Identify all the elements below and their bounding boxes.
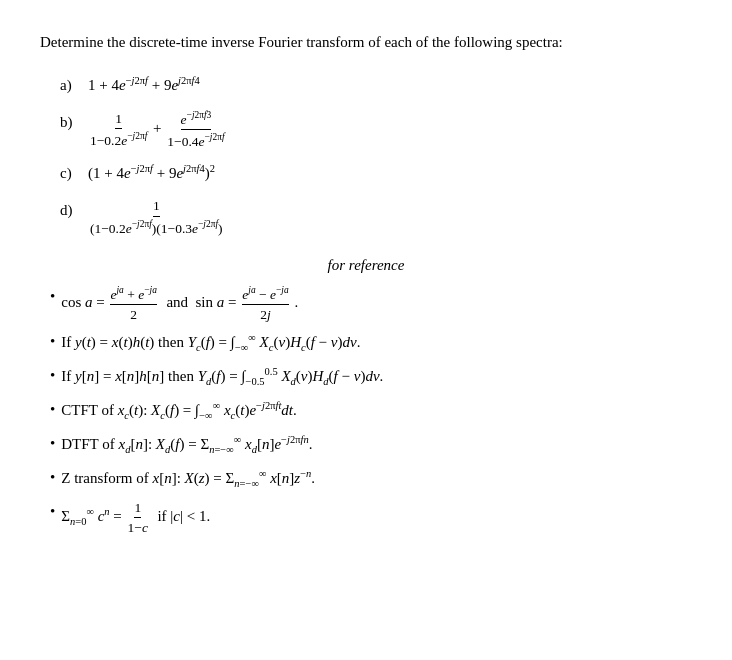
reference-section: for reference • cos a = eja + e−ja 2 and… bbox=[40, 257, 692, 537]
bullet-yt: • bbox=[50, 329, 55, 355]
part-a-content: 1 + 4e−j2πf + 9ej2πf4 bbox=[88, 72, 692, 99]
parts-list: a) 1 + 4e−j2πf + 9ej2πf4 b) 1 1−0.2e−j2π… bbox=[60, 72, 692, 237]
ref-dtft-text: DTFT of xd[n]: Xd(f) = Σn=−∞∞ xd[n]e−j2π… bbox=[61, 431, 692, 459]
bullet-cos: • bbox=[50, 284, 55, 310]
reference-items: • cos a = eja + e−ja 2 and sin a = eja −… bbox=[50, 284, 692, 537]
part-d-content: 1 (1−0.2e−j2πf)(1−0.3e−j2πf) bbox=[88, 197, 692, 237]
ref-yt-text: If y(t) = x(t)h(t) then Yc(f) = ∫−∞∞ Xc(… bbox=[61, 329, 692, 357]
part-c-content: (1 + 4e−j2πf + 9ej2πf4)2 bbox=[88, 160, 692, 187]
part-a: a) 1 + 4e−j2πf + 9ej2πf4 bbox=[60, 72, 692, 99]
part-c: c) (1 + 4e−j2πf + 9ej2πf4)2 bbox=[60, 160, 692, 187]
ref-cos: • cos a = eja + e−ja 2 and sin a = eja −… bbox=[50, 284, 692, 324]
part-d-label: d) bbox=[60, 197, 88, 224]
ref-sum-text: Σn=0∞ cn = 1 1−c if |c| < 1. bbox=[61, 499, 692, 537]
bullet-ztransform: • bbox=[50, 465, 55, 491]
ref-ztransform-text: Z transform of x[n]: X(z) = Σn=−∞∞ x[n]z… bbox=[61, 465, 692, 493]
part-b: b) 1 1−0.2e−j2πf + e−j2πf3 1−0.4e−j2πf bbox=[60, 109, 692, 150]
bullet-ctft: • bbox=[50, 397, 55, 423]
bullet-sum: • bbox=[50, 499, 55, 525]
ref-yt: • If y(t) = x(t)h(t) then Yc(f) = ∫−∞∞ X… bbox=[50, 329, 692, 357]
ref-cos-text: cos a = eja + e−ja 2 and sin a = eja − e… bbox=[61, 284, 692, 324]
part-c-label: c) bbox=[60, 160, 88, 187]
ref-ztransform: • Z transform of x[n]: X(z) = Σn=−∞∞ x[n… bbox=[50, 465, 692, 493]
part-a-label: a) bbox=[60, 72, 88, 99]
bullet-dtft: • bbox=[50, 431, 55, 457]
ref-yn: • If y[n] = x[n]h[n] then Yd(f) = ∫−0.50… bbox=[50, 363, 692, 391]
part-b-content: 1 1−0.2e−j2πf + e−j2πf3 1−0.4e−j2πf bbox=[88, 109, 692, 150]
ref-ctft-text: CTFT of xc(t): Xc(f) = ∫−∞∞ xc(t)e−j2πft… bbox=[61, 397, 692, 425]
question-text: Determine the discrete-time inverse Four… bbox=[40, 30, 692, 54]
ref-ctft: • CTFT of xc(t): Xc(f) = ∫−∞∞ xc(t)e−j2π… bbox=[50, 397, 692, 425]
ref-yn-text: If y[n] = x[n]h[n] then Yd(f) = ∫−0.50.5… bbox=[61, 363, 692, 391]
part-d: d) 1 (1−0.2e−j2πf)(1−0.3e−j2πf) bbox=[60, 197, 692, 237]
reference-title: for reference bbox=[40, 257, 692, 274]
bullet-yn: • bbox=[50, 363, 55, 389]
main-content: Determine the discrete-time inverse Four… bbox=[40, 30, 692, 537]
ref-dtft: • DTFT of xd[n]: Xd(f) = Σn=−∞∞ xd[n]e−j… bbox=[50, 431, 692, 459]
ref-sum: • Σn=0∞ cn = 1 1−c if |c| < 1. bbox=[50, 499, 692, 537]
part-b-label: b) bbox=[60, 109, 88, 136]
